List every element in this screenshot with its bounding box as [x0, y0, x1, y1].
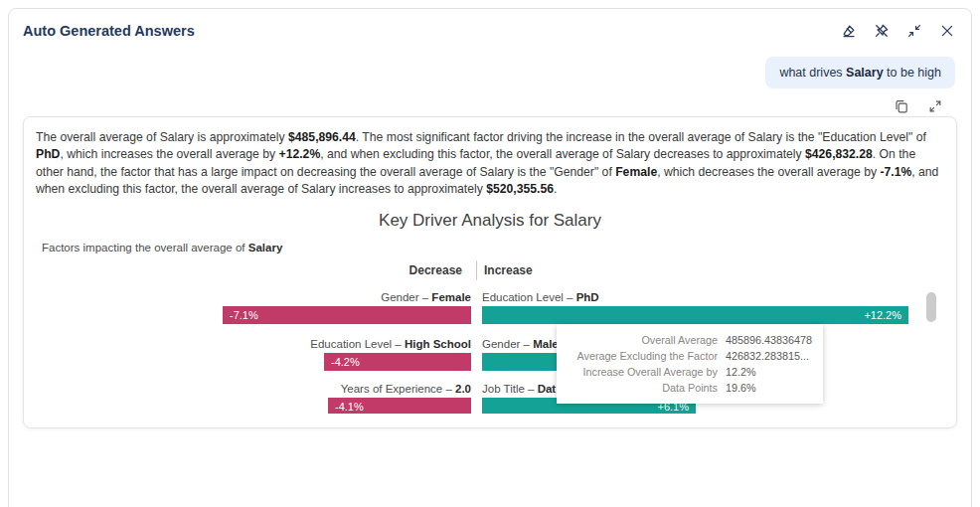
chart-scrollbar-thumb[interactable]: [926, 292, 936, 322]
tooltip-row: Average Excluding the Factor426832.28381…: [567, 348, 813, 364]
tooltip-value: 485896.43836478: [726, 332, 812, 348]
copy-icon[interactable]: [892, 96, 911, 116]
collapse-icon[interactable]: [904, 21, 924, 41]
question-text: what drives Salary to be high: [779, 66, 941, 80]
tooltip-label: Data Points: [567, 380, 718, 396]
chart-tooltip: Overall Average485896.43836478Average Ex…: [557, 324, 823, 404]
unpin-icon[interactable]: [872, 21, 892, 41]
decrease-cell: Gender – Female-7.1%: [36, 290, 471, 324]
factor-label: Gender – Female: [381, 290, 471, 304]
eraser-icon[interactable]: [839, 21, 859, 41]
panel-title: Auto Generated Answers: [23, 23, 195, 39]
chart-title: Key Driver Analysis for Salary: [36, 211, 944, 231]
answer-toolbar: [9, 92, 971, 114]
tooltip-value: 12.2%: [726, 364, 756, 380]
chart-subtitle: Factors impacting the overall average of…: [42, 242, 944, 254]
auto-answers-panel: Auto Generated Answers: [8, 8, 972, 507]
tooltip-row: Increase Overall Average by12.2%: [567, 364, 813, 380]
increase-column-header: Increase: [482, 263, 944, 277]
tooltip-label: Average Excluding the Factor: [567, 348, 718, 364]
answer-paragraph: The overall average of Salary is approxi…: [36, 129, 944, 198]
panel-header: Auto Generated Answers: [9, 9, 971, 47]
tooltip-value: 19.6%: [726, 380, 756, 396]
tooltip-label: Overall Average: [567, 332, 718, 348]
factor-label: Education Level – High School: [310, 337, 471, 351]
question-bubble: what drives Salary to be high: [765, 57, 955, 88]
decrease-cell: Education Level – High School-4.2%: [36, 337, 471, 371]
decrease-bar[interactable]: -4.1%: [328, 398, 471, 414]
decrease-column-header: Decrease: [36, 263, 471, 277]
decrease-cell: Years of Experience – 2.0-4.1%: [36, 382, 471, 414]
tooltip-label: Increase Overall Average by: [567, 364, 718, 380]
key-driver-chart: Decrease Increase Gender – Female-7.1%Ed…: [36, 260, 944, 414]
increase-cell: Education Level – PhD+12.2%: [482, 290, 944, 324]
axis-divider: [471, 260, 482, 280]
axis-header: Decrease Increase: [36, 260, 944, 280]
tooltip-row: Data Points19.6%: [567, 380, 813, 396]
tooltip-row: Overall Average485896.43836478: [567, 332, 813, 348]
decrease-bar[interactable]: -4.2%: [324, 353, 471, 371]
factor-label: Gender – Male: [482, 337, 559, 351]
answer-card: The overall average of Salary is approxi…: [23, 116, 957, 428]
close-icon[interactable]: [937, 21, 957, 41]
tooltip-value: 426832.283815...: [726, 348, 809, 364]
driver-row: Gender – Female-7.1%Education Level – Ph…: [36, 290, 944, 324]
header-icon-group: [839, 21, 957, 41]
question-row: what drives Salary to be high: [9, 47, 971, 92]
increase-bar[interactable]: +12.2%: [482, 306, 908, 324]
expand-icon[interactable]: [925, 96, 945, 116]
decrease-bar[interactable]: -7.1%: [223, 306, 471, 324]
factor-label: Years of Experience – 2.0: [341, 382, 471, 396]
factor-label: Education Level – PhD: [482, 290, 599, 304]
factor-label: Job Title – Dat: [482, 382, 556, 396]
